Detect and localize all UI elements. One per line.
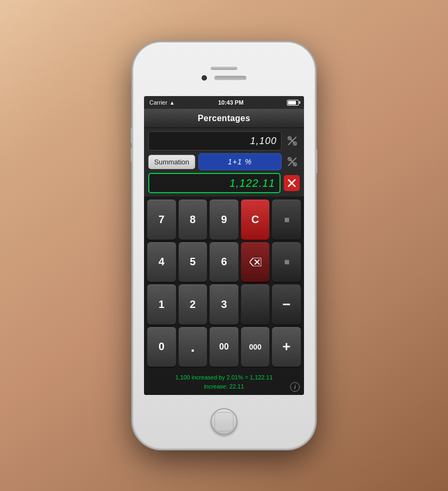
key-minus[interactable]: −	[272, 284, 301, 324]
key-8[interactable]: 8	[179, 200, 207, 240]
earpiece-speaker	[214, 76, 246, 80]
iphone-top-area	[133, 43, 315, 96]
result-display-row: 1,122.11	[148, 173, 300, 193]
clock: 10:43 PM	[218, 99, 244, 106]
key-1[interactable]: 1	[147, 284, 176, 324]
main-display-row: 1,100	[148, 131, 300, 151]
key-7[interactable]: 7	[147, 200, 176, 240]
iphone-device: Carrier ▲ 10:43 PM Percentages 1,100	[133, 43, 315, 448]
key-empty	[241, 284, 270, 324]
volume-down-button[interactable]	[131, 147, 133, 162]
scissors-icon-1	[287, 136, 297, 146]
main-display: 1,100	[148, 131, 282, 151]
battery-fill	[288, 101, 296, 105]
main-display-value: 1,100	[250, 136, 277, 147]
clear-percent-button[interactable]	[285, 154, 300, 169]
key-2[interactable]: 2	[179, 284, 207, 324]
battery-indicator	[287, 100, 299, 106]
backspace-icon	[250, 258, 261, 266]
percent-display: 1+1 %	[198, 153, 282, 170]
key-0[interactable]: 0	[147, 327, 176, 367]
info-line-1: 1,100 increased by 2.01% = 1,122.11	[149, 373, 299, 382]
keypad-row-1: 7 8 9 C ▦	[147, 200, 301, 240]
summation-display-row: Summation 1+1 %	[148, 153, 300, 170]
keypad-row-4: 0 . 00 000 +	[147, 327, 301, 367]
battery-icon	[287, 100, 299, 106]
home-button[interactable]	[211, 408, 237, 435]
key-func-1[interactable]: ▦	[272, 200, 301, 240]
wifi-icon: ▲	[170, 100, 175, 106]
keypad-row-2: 4 5 6 ▦	[147, 242, 301, 282]
scissors-icon-2	[287, 157, 297, 167]
key-triple-zero[interactable]: 000	[241, 327, 270, 367]
result-display-value: 1,122.11	[229, 177, 275, 189]
iphone-screen: Carrier ▲ 10:43 PM Percentages 1,100	[144, 96, 304, 395]
info-line-2: increase: 22.11	[149, 382, 299, 391]
volume-buttons	[131, 128, 133, 162]
keypad-row-3: 1 2 3 −	[147, 284, 301, 324]
result-display: 1,122.11	[148, 173, 281, 193]
front-camera	[202, 75, 207, 81]
key-func-2[interactable]: ▦	[272, 242, 301, 282]
svg-marker-10	[250, 258, 261, 266]
volume-up-button[interactable]	[131, 128, 133, 143]
key-3[interactable]: 3	[210, 284, 238, 324]
percent-display-value: 1+1 %	[228, 157, 252, 166]
summation-button[interactable]: Summation	[148, 155, 195, 169]
carrier-info: Carrier ▲	[149, 99, 175, 106]
key-4[interactable]: 4	[147, 242, 176, 282]
carrier-label: Carrier	[149, 99, 167, 106]
navigation-bar: Percentages	[144, 109, 304, 128]
key-9[interactable]: 9	[210, 200, 238, 240]
clear-main-button[interactable]	[285, 133, 300, 148]
sleep-wake-button[interactable]	[211, 67, 237, 70]
clear-result-button[interactable]	[284, 175, 300, 191]
home-button-inner	[214, 412, 234, 431]
power-button-area	[315, 149, 317, 173]
display-area: 1,100 Summation 1+1 %	[144, 128, 304, 196]
key-backspace[interactable]	[241, 242, 270, 282]
x-red-icon	[287, 179, 296, 187]
key-double-zero[interactable]: 00	[210, 327, 238, 367]
key-decimal[interactable]: .	[179, 327, 207, 367]
power-button[interactable]	[315, 149, 317, 173]
info-button[interactable]: i	[290, 382, 300, 392]
keypad: 7 8 9 C ▦ 4	[144, 196, 304, 370]
page-title: Percentages	[198, 114, 250, 123]
key-6[interactable]: 6	[210, 242, 238, 282]
info-text: 1,100 increased by 2.01% = 1,122.11 incr…	[149, 373, 299, 391]
iphone-bottom-area	[133, 395, 315, 448]
info-area: 1,100 increased by 2.01% = 1,122.11 incr…	[144, 370, 304, 395]
status-bar: Carrier ▲ 10:43 PM	[144, 96, 304, 109]
key-plus[interactable]: +	[272, 327, 301, 367]
key-5[interactable]: 5	[179, 242, 207, 282]
key-clear[interactable]: C	[241, 200, 270, 240]
